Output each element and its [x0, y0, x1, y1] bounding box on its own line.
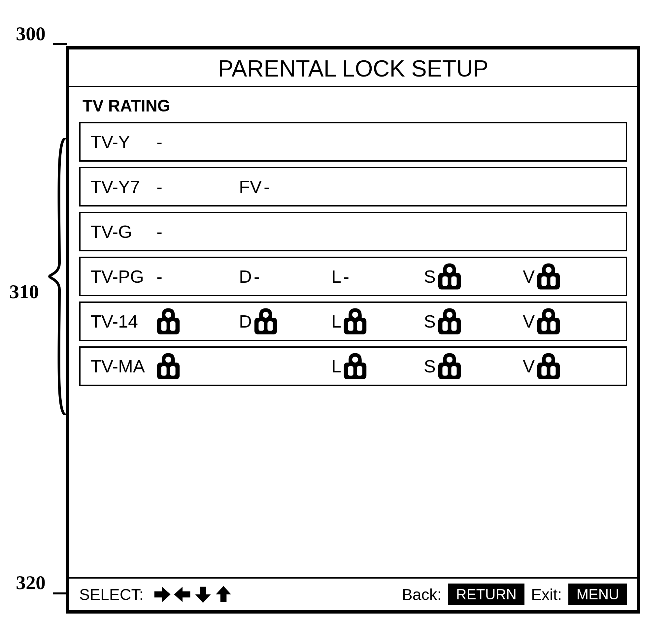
rating-base-state[interactable]: -	[157, 221, 239, 242]
svg-rect-24	[352, 357, 358, 363]
parental-lock-panel: PARENTAL LOCK SETUP TV RATING TV-Y-TV-Y7…	[66, 46, 640, 613]
svg-rect-12	[352, 312, 358, 318]
svg-rect-14	[357, 321, 362, 331]
callout-310: 310	[9, 281, 39, 303]
nav-arrow-icons	[153, 585, 233, 604]
svg-rect-1	[442, 276, 447, 286]
sub-rating-label: V	[523, 266, 535, 287]
rating-sub-cell[interactable]: D -	[239, 266, 331, 287]
rating-base-state[interactable]: -	[157, 266, 239, 287]
rating-sub-cell[interactable]: S	[424, 353, 523, 379]
svg-rect-8	[170, 321, 175, 331]
svg-rect-5	[550, 276, 555, 286]
sub-rating-label: V	[523, 311, 535, 332]
rating-row[interactable]: TV-Y7-FV -	[79, 167, 627, 206]
svg-rect-31	[541, 366, 547, 376]
lock-icon	[438, 263, 461, 290]
rating-base-state[interactable]	[157, 308, 239, 335]
svg-rect-32	[550, 366, 555, 376]
arrow-right-icon	[153, 585, 171, 604]
sub-rating-label: D	[239, 311, 252, 332]
callout-300: 300	[16, 22, 46, 45]
return-button[interactable]: RETURN	[448, 584, 525, 605]
menu-button[interactable]: MENU	[569, 584, 627, 605]
footer-bar: SELECT: Back: RETURN Exit: MENU	[69, 577, 637, 610]
svg-rect-29	[451, 366, 457, 376]
panel-title: PARENTAL LOCK SETUP	[69, 49, 637, 87]
lock-icon	[438, 353, 461, 379]
svg-rect-16	[442, 321, 447, 331]
svg-rect-15	[446, 312, 453, 318]
ratings-list: TV-Y-TV-Y7-FV -TV-G-TV-PG-D -L -S V TV-1…	[69, 122, 637, 386]
rating-label: TV-Y	[80, 131, 157, 152]
rating-base-state[interactable]: -	[157, 176, 239, 197]
arrow-left-icon	[173, 585, 192, 604]
sub-rating-label: L	[331, 311, 341, 332]
svg-rect-4	[541, 276, 547, 286]
exit-label: Exit:	[531, 586, 562, 604]
svg-rect-2	[451, 276, 457, 286]
section-label: TV RATING	[69, 87, 637, 122]
rating-row[interactable]: TV-G-	[79, 212, 627, 251]
rating-sub-cell[interactable]: S	[424, 308, 523, 335]
sub-rating-label: FV	[239, 176, 262, 197]
svg-rect-22	[161, 366, 166, 376]
lock-icon	[343, 308, 367, 335]
select-label: SELECT:	[79, 586, 144, 604]
svg-rect-18	[546, 312, 552, 318]
sub-rating-label: V	[523, 356, 535, 376]
svg-rect-23	[170, 366, 175, 376]
rating-label: TV-Y7	[80, 176, 157, 197]
lock-icon	[343, 353, 367, 379]
lock-icon	[438, 308, 461, 335]
rating-row[interactable]: TV-14 D L S V	[79, 301, 627, 341]
svg-rect-30	[546, 357, 552, 363]
rating-sub-cell[interactable]: D	[239, 308, 331, 335]
svg-rect-28	[442, 366, 447, 376]
rating-sub-cell[interactable]: L	[331, 353, 424, 379]
back-label: Back:	[402, 586, 442, 604]
arrow-down-icon	[194, 585, 212, 604]
sub-rating-label: S	[424, 356, 436, 376]
svg-rect-10	[258, 321, 264, 331]
svg-rect-17	[451, 321, 457, 331]
sub-rating-label: L	[331, 266, 341, 287]
rating-row[interactable]: TV-PG-D -L -S V	[79, 257, 627, 296]
rating-label: TV-G	[80, 221, 157, 242]
svg-rect-20	[550, 321, 555, 331]
rating-sub-cell[interactable]: L -	[331, 266, 424, 287]
lock-icon	[157, 308, 180, 335]
callout-320: 320	[16, 571, 46, 594]
lock-icon	[157, 353, 180, 379]
sub-rating-label: L	[331, 356, 341, 376]
svg-rect-13	[348, 321, 353, 331]
rating-row[interactable]: TV-Y-	[79, 122, 627, 162]
lock-icon	[537, 308, 560, 335]
sub-rating-label: S	[424, 266, 436, 287]
rating-sub-cell[interactable]: L	[331, 308, 424, 335]
svg-rect-0	[446, 267, 453, 273]
svg-rect-25	[348, 366, 353, 376]
svg-rect-11	[268, 321, 273, 331]
sub-rating-label: S	[424, 311, 436, 332]
rating-sub-cell[interactable]: V	[523, 353, 626, 379]
svg-rect-19	[541, 321, 547, 331]
svg-rect-21	[165, 357, 171, 363]
svg-rect-9	[263, 312, 269, 318]
rating-sub-cell[interactable]: FV -	[239, 176, 331, 197]
rating-row[interactable]: TV-MA L S V	[79, 346, 627, 386]
svg-rect-7	[161, 321, 166, 331]
rating-label: TV-PG	[80, 266, 157, 287]
rating-sub-cell[interactable]: V	[523, 308, 626, 335]
arrow-up-icon	[214, 585, 233, 604]
svg-rect-26	[357, 366, 362, 376]
rating-base-state[interactable]	[157, 353, 239, 379]
rating-label: TV-MA	[80, 356, 157, 376]
rating-sub-cell[interactable]: V	[523, 263, 626, 290]
svg-rect-6	[165, 312, 171, 318]
lock-icon	[254, 308, 278, 335]
rating-sub-cell[interactable]: S	[424, 263, 523, 290]
rating-base-state[interactable]: -	[157, 131, 239, 152]
lock-icon	[537, 263, 560, 290]
svg-rect-3	[546, 267, 552, 273]
